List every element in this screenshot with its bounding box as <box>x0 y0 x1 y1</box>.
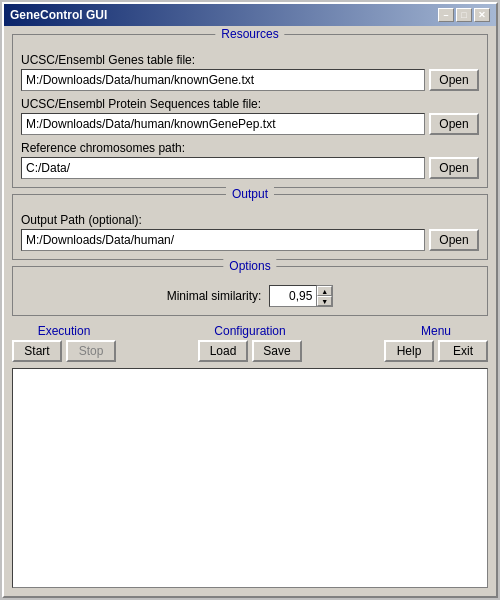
spinner-up-button[interactable]: ▲ <box>317 286 332 296</box>
similarity-spinner: ▲ ▼ <box>269 285 333 307</box>
options-legend: Options <box>223 259 276 273</box>
ref-input[interactable] <box>21 157 425 179</box>
resources-legend: Resources <box>215 27 284 41</box>
configuration-btns: Load Save <box>198 340 302 362</box>
genes-open-button[interactable]: Open <box>429 69 479 91</box>
menu-label: Menu <box>421 324 451 338</box>
output-open-button[interactable]: Open <box>429 229 479 251</box>
save-button[interactable]: Save <box>252 340 302 362</box>
minimize-button[interactable]: – <box>438 8 454 22</box>
menu-section: Menu Help Exit <box>384 324 488 362</box>
execution-btns: Start Stop <box>12 340 116 362</box>
exit-button[interactable]: Exit <box>438 340 488 362</box>
options-row: Minimal similarity: ▲ ▼ <box>21 285 479 307</box>
menu-btns: Help Exit <box>384 340 488 362</box>
configuration-section: Configuration Load Save <box>198 324 302 362</box>
genes-field-row: UCSC/Ensembl Genes table file: Open <box>21 53 479 91</box>
action-row: Execution Start Stop Configuration Load … <box>12 324 488 362</box>
output-legend: Output <box>226 187 274 201</box>
protein-field-row: UCSC/Ensembl Protein Sequences table fil… <box>21 97 479 135</box>
stop-button[interactable]: Stop <box>66 340 116 362</box>
ref-label: Reference chromosomes path: <box>21 141 479 155</box>
title-controls: – □ ✕ <box>438 8 490 22</box>
genes-label: UCSC/Ensembl Genes table file: <box>21 53 479 67</box>
output-path-input[interactable] <box>21 229 425 251</box>
spinner-down-button[interactable]: ▼ <box>317 296 332 306</box>
execution-label: Execution <box>38 324 91 338</box>
protein-input[interactable] <box>21 113 425 135</box>
maximize-button[interactable]: □ <box>456 8 472 22</box>
output-text-area <box>12 368 488 588</box>
protein-open-button[interactable]: Open <box>429 113 479 135</box>
output-field-row: Output Path (optional): Open <box>21 213 479 251</box>
ref-input-row: Open <box>21 157 479 179</box>
configuration-label: Configuration <box>214 324 285 338</box>
start-button[interactable]: Start <box>12 340 62 362</box>
main-content: Resources UCSC/Ensembl Genes table file:… <box>4 26 496 596</box>
options-group: Options Minimal similarity: ▲ ▼ <box>12 266 488 316</box>
ref-open-button[interactable]: Open <box>429 157 479 179</box>
resources-group: Resources UCSC/Ensembl Genes table file:… <box>12 34 488 188</box>
similarity-input[interactable] <box>269 285 317 307</box>
close-button[interactable]: ✕ <box>474 8 490 22</box>
genes-input[interactable] <box>21 69 425 91</box>
execution-section: Execution Start Stop <box>12 324 116 362</box>
spinner-arrows: ▲ ▼ <box>317 285 333 307</box>
genes-input-row: Open <box>21 69 479 91</box>
window-title: GeneControl GUI <box>10 8 107 22</box>
protein-input-row: Open <box>21 113 479 135</box>
main-window: GeneControl GUI – □ ✕ Resources UCSC/Ens… <box>2 2 498 598</box>
output-group: Output Output Path (optional): Open <box>12 194 488 260</box>
output-input-row: Open <box>21 229 479 251</box>
load-button[interactable]: Load <box>198 340 248 362</box>
output-path-label: Output Path (optional): <box>21 213 479 227</box>
help-button[interactable]: Help <box>384 340 434 362</box>
title-bar: GeneControl GUI – □ ✕ <box>4 4 496 26</box>
similarity-label: Minimal similarity: <box>167 289 262 303</box>
protein-label: UCSC/Ensembl Protein Sequences table fil… <box>21 97 479 111</box>
ref-field-row: Reference chromosomes path: Open <box>21 141 479 179</box>
